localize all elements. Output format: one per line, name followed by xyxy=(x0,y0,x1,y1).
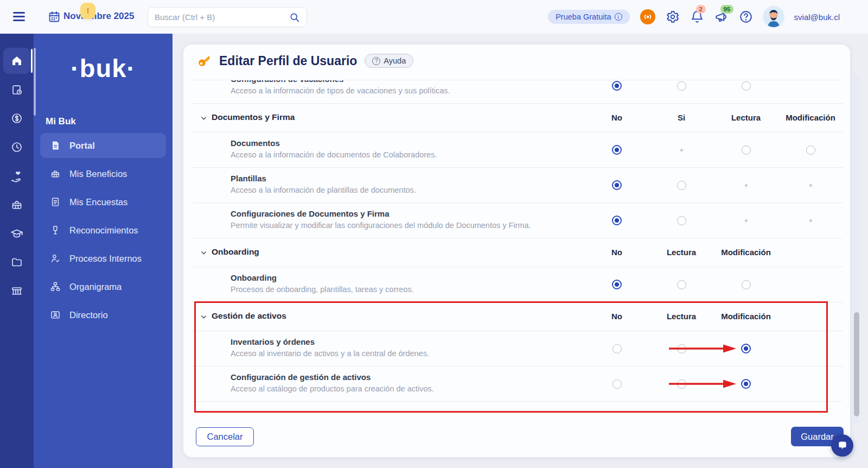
topbar: Noviembre 2025 ! Prueba Gratuita i xyxy=(0,0,868,34)
gear-icon[interactable] xyxy=(666,10,680,24)
column-header-lectura: Lectura xyxy=(667,248,696,257)
buk-logo: ·buk· xyxy=(34,53,173,83)
help-button[interactable]: ? Ayuda xyxy=(365,54,413,68)
folder-icon xyxy=(10,256,23,269)
sidebar-item-label: Reconocimientos xyxy=(69,225,138,236)
cancel-button[interactable]: Cancelar xyxy=(196,427,254,446)
radio-selected[interactable] xyxy=(612,280,622,289)
month-label[interactable]: Noviembre 2025 xyxy=(63,11,134,22)
megaphone-icon[interactable]: 95 xyxy=(714,10,729,24)
alert-badge[interactable]: ! xyxy=(80,3,95,19)
rewards-icon[interactable] xyxy=(640,9,655,24)
chat-icon xyxy=(837,440,848,451)
calendar-icon[interactable] xyxy=(48,10,61,23)
radio-empty[interactable] xyxy=(676,280,686,289)
sidebar-item-label: Procesos Internos xyxy=(69,254,142,264)
app-window: Noviembre 2025 ! Prueba Gratuita i xyxy=(0,0,868,468)
scrollbar-thumb[interactable] xyxy=(854,312,859,416)
section-title: Gestión de activos xyxy=(212,311,286,321)
sidebar-item-mis-encuestas[interactable]: Mis Encuestas xyxy=(40,189,166,214)
rail-item-clock-icon[interactable] xyxy=(0,134,34,160)
help-icon[interactable] xyxy=(739,10,753,24)
rail-item-hand-heart-icon[interactable] xyxy=(0,163,34,189)
radio-empty[interactable] xyxy=(741,81,751,91)
radio-selected[interactable] xyxy=(612,145,622,155)
permission-row-onboarding: OnboardingProcesos de onboarding, planti… xyxy=(193,267,843,302)
sidebar-item-label: Directorio xyxy=(69,310,108,320)
avatar[interactable] xyxy=(763,7,784,27)
section-header-gestión-de-activos[interactable]: Gestión de activosNoLecturaModificación xyxy=(193,302,843,331)
sidebar-item-label: Portal xyxy=(69,141,95,151)
radio-empty[interactable] xyxy=(676,180,686,190)
hamburger-icon[interactable] xyxy=(13,12,25,21)
section-header-documentos-y-firma[interactable]: Documentos y FirmaNoSiLecturaModificació… xyxy=(193,104,843,132)
icon-rail xyxy=(0,34,34,468)
section-title: Documentos y Firma xyxy=(212,112,295,122)
permission-row-configuración-de-gestión-de-activos: Configuración de gestión de activosAcces… xyxy=(193,366,843,402)
permission-row-inventarios-y-órdenes: Inventarios y órdenesAcceso al inventari… xyxy=(193,331,843,366)
key-icon xyxy=(196,53,212,68)
chevron-down-icon[interactable] xyxy=(200,313,207,320)
chevron-down-icon[interactable] xyxy=(200,249,207,256)
radio-empty[interactable] xyxy=(741,280,751,289)
sidebar-item-reconocimientos[interactable]: Reconocimientos xyxy=(40,218,166,243)
radio-dot xyxy=(741,180,751,190)
chat-launcher[interactable] xyxy=(831,434,853,457)
column-header-no: No xyxy=(611,113,622,122)
radio-selected[interactable] xyxy=(612,180,622,190)
radio-empty[interactable] xyxy=(676,216,686,225)
sidebar: ·buk· Mi Buk PortalMis BeneficiosMis Enc… xyxy=(34,34,173,468)
radio-empty[interactable] xyxy=(806,145,815,155)
rail-item-coin-icon[interactable] xyxy=(0,105,34,131)
permission-description: Permite visualizar y modificar las confi… xyxy=(231,221,531,230)
rail-item-folder-icon[interactable] xyxy=(0,249,34,275)
section-header-onboarding[interactable]: OnboardingNoLecturaModificación xyxy=(193,238,843,267)
user-email[interactable]: svial@buk.cl xyxy=(794,12,840,22)
radio-dot xyxy=(741,216,751,225)
archive-icon xyxy=(10,284,23,298)
radio-empty[interactable] xyxy=(741,145,751,155)
search-icon[interactable] xyxy=(289,12,300,23)
permission-description: Acceso a la información de tipos de vaca… xyxy=(231,86,450,95)
radio-selected[interactable] xyxy=(741,344,751,353)
chevron-down-icon[interactable] xyxy=(200,115,207,122)
radio-selected[interactable] xyxy=(612,81,622,91)
permission-description: Acceso a la información de plantillas de… xyxy=(231,186,416,194)
rail-item-graduation-cap-icon[interactable] xyxy=(0,220,34,246)
sidebar-item-organigrama[interactable]: Organigrama xyxy=(40,274,166,299)
sidebar-item-label: Mis Encuestas xyxy=(69,197,127,207)
sidebar-item-directorio[interactable]: Directorio xyxy=(40,302,166,327)
column-header-no: No xyxy=(611,312,622,321)
rail-item-clipboard-clock-icon[interactable] xyxy=(0,77,34,103)
permission-description: Procesos de onboarding, plantillas, tare… xyxy=(231,285,414,294)
topbar-actions: Prueba Gratuita i 2 xyxy=(548,0,840,34)
radio-dot xyxy=(806,180,815,190)
sidebar-item-portal[interactable]: Portal xyxy=(40,133,166,158)
rail-item-home-icon[interactable] xyxy=(0,48,34,74)
radio-dot xyxy=(806,216,815,225)
search-box[interactable] xyxy=(148,7,307,27)
trial-pill[interactable]: Prueba Gratuita i xyxy=(548,10,629,24)
bell-icon[interactable]: 2 xyxy=(690,10,704,24)
clipboard-clock-icon xyxy=(10,83,23,96)
sidebar-menu: PortalMis BeneficiosMis EncuestasReconoc… xyxy=(40,133,166,331)
radio-selected[interactable] xyxy=(612,216,622,225)
medal-icon xyxy=(50,225,61,236)
sidebar-item-label: Organigrama xyxy=(69,282,122,292)
sidebar-item-mis-beneficios[interactable]: Mis Beneficios xyxy=(40,161,166,186)
sidebar-item-label: Mis Beneficios xyxy=(69,169,127,179)
search-input[interactable] xyxy=(155,12,289,22)
idcard-icon xyxy=(50,309,61,320)
permissions-table: Configuración de vacacionesAcceso a la i… xyxy=(193,80,843,404)
radio-empty[interactable] xyxy=(676,344,686,353)
permission-row-documentos: DocumentosAcceso a la información de doc… xyxy=(193,132,843,168)
radio-empty[interactable] xyxy=(676,81,686,91)
rail-item-basket-icon[interactable] xyxy=(0,192,34,218)
rail-item-archive-icon[interactable] xyxy=(0,278,34,304)
sidebar-item-procesos-internos[interactable]: Procesos Internos xyxy=(40,246,166,271)
radio-empty[interactable] xyxy=(612,344,622,353)
survey-document-icon xyxy=(50,197,61,207)
radio-selected[interactable] xyxy=(741,379,751,389)
radio-empty[interactable] xyxy=(676,379,686,389)
radio-empty[interactable] xyxy=(612,379,622,389)
